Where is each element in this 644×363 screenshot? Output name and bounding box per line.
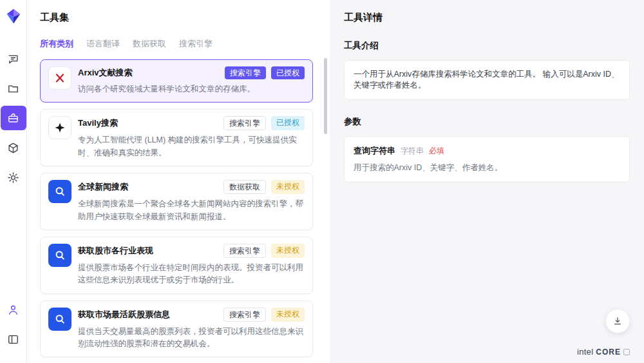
app-logo-icon[interactable] bbox=[5, 8, 22, 25]
tool-title: 获取股市各行业表现 bbox=[78, 245, 153, 257]
auth-badge: 未授权 bbox=[271, 180, 305, 194]
brand-core: CORE bbox=[596, 348, 621, 357]
param-type: 字符串 bbox=[401, 146, 424, 157]
folder-icon bbox=[7, 83, 19, 95]
category-badge: 数据获取 bbox=[223, 180, 266, 194]
tool-title: 获取市场最活跃股票信息 bbox=[78, 309, 170, 320]
active-stock-icon bbox=[48, 308, 71, 331]
brand-badge-box bbox=[623, 349, 630, 355]
tool-list: Arxiv文献搜索 搜索引擎 已授权 访问各个研究领域大量科学论文和文章的存储库… bbox=[40, 59, 330, 358]
tools-panel: 工具集 所有类别 语言翻译 数据获取 搜索引擎 Arxiv文献搜索 搜索引擎 已… bbox=[27, 0, 330, 363]
sidebar-item-collapse[interactable] bbox=[0, 327, 26, 351]
sidebar-item-chat[interactable] bbox=[0, 46, 26, 71]
param-name: 查询字符串 bbox=[354, 145, 395, 157]
category-badge: 搜索引擎 bbox=[223, 244, 266, 258]
auth-badge: 已授权 bbox=[271, 66, 305, 79]
arxiv-icon bbox=[48, 66, 71, 90]
category-badge: 搜索引擎 bbox=[223, 308, 266, 322]
tool-title: Arxiv文献搜索 bbox=[78, 67, 133, 79]
tool-card-global-news[interactable]: 全球新闻搜索 数据获取 未授权 全球新闻搜索是一个聚合全球各大新闻网站内容的搜索… bbox=[40, 173, 313, 230]
params-heading: 参数 bbox=[344, 116, 630, 128]
panel-layout-icon bbox=[7, 333, 19, 346]
tab-data-fetch[interactable]: 数据获取 bbox=[133, 38, 166, 50]
auth-badge: 未授权 bbox=[271, 308, 305, 322]
tool-description: 全球新闻搜索是一个聚合全球各大新闻网站内容的搜索引擎，帮助用户快速获取全球最新资… bbox=[78, 198, 305, 223]
tool-card-active-stocks[interactable]: 获取市场最活跃股票信息 搜索引擎 未授权 提供当天交易量最高的股票列表，投资者可… bbox=[40, 300, 313, 358]
tool-description: 提供股票市场各个行业在特定时间段内的表现。投资者可以利用这些信息来识别表现优于或… bbox=[78, 262, 305, 287]
tool-title: 全球新闻搜索 bbox=[78, 181, 128, 193]
intro-heading: 工具介绍 bbox=[344, 40, 630, 52]
intro-card: 一个用于从Arxiv存储库搜索科学论文和文章的工具。 输入可以是Arxiv ID… bbox=[344, 60, 630, 100]
sidebar-rail bbox=[0, 0, 27, 363]
tool-description: 提供当天交易量最高的股票列表，投资者可以利用这些信息来识别流动性强的股票和潜在的… bbox=[78, 326, 305, 351]
param-required-badge: 必填 bbox=[429, 146, 444, 157]
tab-translation[interactable]: 语言翻译 bbox=[86, 38, 120, 50]
tool-card-arxiv[interactable]: Arxiv文献搜索 搜索引擎 已授权 访问各个研究领域大量科学论文和文章的存储库… bbox=[40, 59, 313, 103]
auth-badge: 未授权 bbox=[271, 244, 305, 258]
category-badge: 搜索引擎 bbox=[225, 66, 266, 79]
tab-search-engine[interactable]: 搜索引擎 bbox=[179, 38, 213, 50]
brand-intel: intel bbox=[577, 347, 593, 357]
list-scrollbar[interactable] bbox=[324, 58, 327, 134]
gear-icon bbox=[7, 172, 19, 184]
tool-title: Tavily搜索 bbox=[78, 117, 118, 129]
global-news-icon bbox=[48, 180, 71, 203]
tool-card-stock-sectors[interactable]: 获取股市各行业表现 搜索引擎 未授权 提供股票市场各个行业在特定时间段内的表现。… bbox=[40, 237, 313, 294]
sidebar-nav bbox=[0, 46, 26, 195]
sidebar-item-tools[interactable] bbox=[1, 106, 26, 130]
tool-card-tavily[interactable]: Tavily搜索 搜索引擎 已授权 专为人工智能代理 (LLM) 构建的搜索引擎… bbox=[40, 109, 313, 166]
sidebar-item-settings[interactable] bbox=[0, 165, 26, 190]
package-icon bbox=[7, 142, 19, 154]
details-title: 工具详情 bbox=[344, 12, 630, 24]
download-icon bbox=[612, 316, 623, 326]
intro-text: 一个用于从Arxiv存储库搜索科学论文和文章的工具。 输入可以是Arxiv ID… bbox=[354, 70, 620, 90]
tool-details-panel: 工具详情 工具介绍 一个用于从Arxiv存储库搜索科学论文和文章的工具。 输入可… bbox=[330, 0, 644, 363]
toolbox-icon bbox=[7, 112, 19, 124]
download-button[interactable] bbox=[605, 309, 630, 333]
auth-badge: 已授权 bbox=[271, 116, 305, 130]
category-badge: 搜索引擎 bbox=[223, 116, 266, 130]
sidebar-item-account[interactable] bbox=[0, 297, 26, 322]
sidebar-item-files[interactable] bbox=[0, 76, 26, 101]
category-tabs: 所有类别 语言翻译 数据获取 搜索引擎 bbox=[40, 38, 330, 50]
param-description: 用于搜索的Arxiv ID、关键字、作者姓名。 bbox=[354, 162, 620, 173]
tab-all-categories[interactable]: 所有类别 bbox=[40, 38, 73, 50]
tool-description: 专为人工智能代理 (LLM) 构建的搜索引擎工具，可快速提供实时、准确和真实的结… bbox=[78, 134, 305, 159]
param-card: 查询字符串 字符串 必填 用于搜索的Arxiv ID、关键字、作者姓名。 bbox=[344, 136, 630, 182]
tool-description: 访问各个研究领域大量科学论文和文章的存储库。 bbox=[78, 83, 305, 95]
tavily-icon bbox=[48, 116, 71, 139]
user-icon bbox=[7, 304, 19, 316]
stock-sector-icon bbox=[48, 244, 71, 267]
sidebar-item-plugins[interactable] bbox=[0, 135, 26, 160]
tools-panel-title: 工具集 bbox=[40, 12, 330, 24]
intel-core-logo: intel CORE bbox=[577, 347, 630, 357]
chat-icon bbox=[7, 53, 19, 65]
app-root: 工具集 所有类别 语言翻译 数据获取 搜索引擎 Arxiv文献搜索 搜索引擎 已… bbox=[0, 0, 644, 363]
